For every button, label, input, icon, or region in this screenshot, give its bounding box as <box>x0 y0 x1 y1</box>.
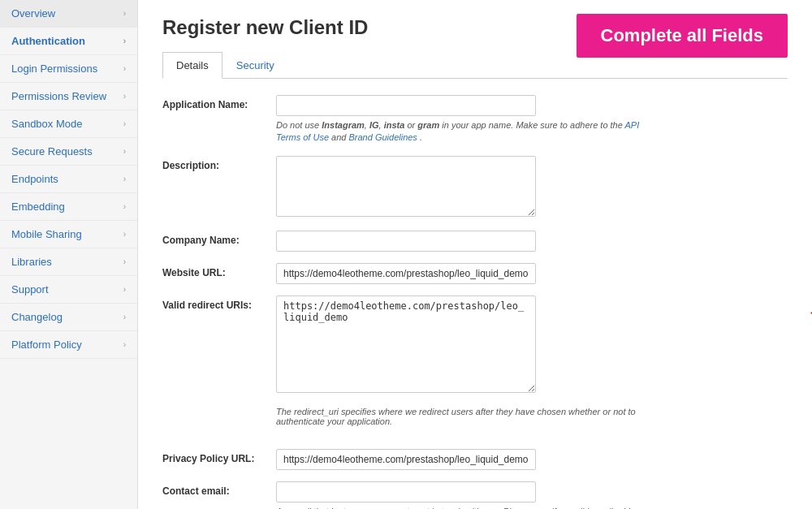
website-field <box>276 263 788 284</box>
chevron-icon: › <box>123 257 126 266</box>
privacy-row: Privacy Policy URL: <box>162 449 788 470</box>
description-row: Description: <box>162 156 788 219</box>
chevron-icon: › <box>123 119 126 128</box>
redirect-input[interactable] <box>276 295 536 393</box>
app-name-field: Do not use Instagram, IG, insta or gram … <box>276 95 788 145</box>
sidebar-item-login-permissions[interactable]: Login Permissions› <box>0 55 137 83</box>
contact-label: Contact email: <box>162 481 276 497</box>
sidebar-item-secure-requests[interactable]: Secure Requests› <box>0 138 137 166</box>
privacy-label: Privacy Policy URL: <box>162 449 276 464</box>
privacy-input[interactable] <box>276 449 536 470</box>
sidebar-item-embedding[interactable]: Embedding› <box>0 193 137 221</box>
redirect-field: ← Link your site <box>276 295 788 395</box>
sidebar-item-platform-policy[interactable]: Platform Policy› <box>0 331 137 359</box>
sidebar-item-libraries[interactable]: Libraries› <box>0 248 137 276</box>
app-name-row: Application Name: Do not use Instagram, … <box>162 95 788 145</box>
client-id-form: Application Name: Do not use Instagram, … <box>162 95 788 509</box>
website-input[interactable] <box>276 263 536 284</box>
app-name-input[interactable] <box>276 95 536 116</box>
redirect-label: Valid redirect URIs: <box>162 295 276 311</box>
link-your-site-annotation: ← Link your site <box>807 295 812 330</box>
chevron-icon: › <box>123 230 126 239</box>
sidebar-item-overview[interactable]: Overview› <box>0 0 137 28</box>
main-content: Register new Client ID Complete all Fiel… <box>138 0 812 509</box>
chevron-icon: › <box>123 285 126 294</box>
redirect-note: The redirect_uri specifies where we redi… <box>276 407 650 426</box>
sidebar-item-mobile-sharing[interactable]: Mobile Sharing› <box>0 221 137 248</box>
company-field <box>276 231 788 252</box>
chevron-icon: › <box>123 147 126 156</box>
chevron-icon: › <box>123 9 126 18</box>
brand-guidelines-link[interactable]: Brand Guidelines <box>348 132 417 142</box>
sidebar-item-sandbox-mode[interactable]: Sandbox Mode› <box>0 110 137 138</box>
sidebar-item-authentication[interactable]: Authentication› <box>0 28 137 55</box>
chevron-icon: › <box>123 202 126 211</box>
sidebar-item-support[interactable]: Support› <box>0 276 137 304</box>
privacy-field <box>276 449 788 470</box>
sidebar-item-endpoints[interactable]: Endpoints› <box>0 166 137 193</box>
redirect-row: Valid redirect URIs: ← Link your site <box>162 295 788 395</box>
app-name-label: Application Name: <box>162 95 276 110</box>
app-name-hint: Do not use Instagram, IG, insta or gram … <box>276 119 650 145</box>
redirect-note-row: The redirect_uri specifies where we redi… <box>162 407 788 438</box>
contact-row: Contact email: An email that Instagram c… <box>162 481 788 509</box>
website-label: Website URL: <box>162 263 276 278</box>
description-field <box>276 156 788 219</box>
tab-security[interactable]: Security <box>222 52 288 79</box>
sidebar-item-permissions-review[interactable]: Permissions Review› <box>0 83 137 110</box>
complete-all-fields-banner: Complete all Fields <box>577 14 788 58</box>
company-label: Company Name: <box>162 231 276 246</box>
tab-details[interactable]: Details <box>162 52 222 79</box>
sidebar-item-changelog[interactable]: Changelog› <box>0 304 137 331</box>
link-arrow-icon: ← <box>807 302 812 323</box>
description-input[interactable] <box>276 156 536 217</box>
chevron-icon: › <box>123 340 126 349</box>
contact-hint: An email that Instagram can use to get i… <box>276 506 650 509</box>
chevron-icon: › <box>123 64 126 73</box>
description-label: Description: <box>162 156 276 171</box>
company-row: Company Name: <box>162 231 788 252</box>
company-input[interactable] <box>276 231 536 252</box>
website-row: Website URL: <box>162 263 788 284</box>
sidebar: Overview›Authentication›Login Permission… <box>0 0 138 509</box>
contact-input[interactable] <box>276 481 536 503</box>
chevron-icon: › <box>123 175 126 183</box>
chevron-icon: › <box>123 92 126 101</box>
contact-field: An email that Instagram can use to get i… <box>276 481 788 509</box>
chevron-icon: › <box>123 313 126 321</box>
chevron-icon: › <box>123 37 126 45</box>
